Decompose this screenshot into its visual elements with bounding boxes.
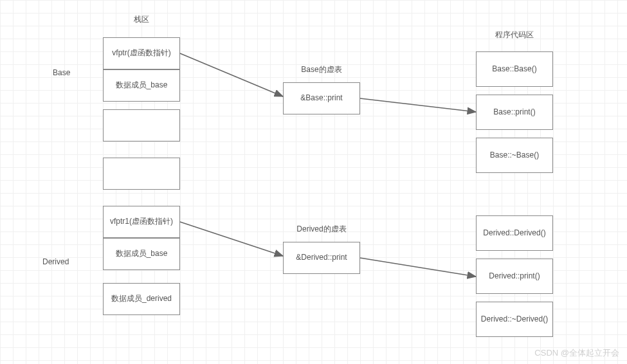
svg-line-3 <box>180 222 283 256</box>
watermark: CSDN @全体起立开会 <box>534 347 619 359</box>
side-label-base: Base <box>53 68 70 77</box>
code-derived-ctor: Derived::Derived() <box>476 215 553 251</box>
stack-empty-2 <box>103 158 180 190</box>
stack-base-member: 数据成员_base <box>103 69 180 102</box>
vtable-base-print: &Base::print <box>283 82 360 114</box>
svg-line-4 <box>360 258 476 277</box>
heading-stack: 栈区 <box>103 14 180 25</box>
code-derived-print: Derived::print() <box>476 259 553 294</box>
side-label-derived: Derived <box>42 257 69 266</box>
vtable-derived-print: &Derived::print <box>283 242 360 274</box>
heading-base-vtable: Base的虚表 <box>283 64 360 75</box>
stack-derived-vfptr: vfptr1(虚函数指针) <box>103 206 180 238</box>
stack-empty-1 <box>103 109 180 141</box>
heading-derived-vtable: Derived的虚表 <box>283 224 360 235</box>
heading-code-area: 程序代码区 <box>476 30 553 41</box>
code-derived-dtor: Derived::~Derived() <box>476 302 553 337</box>
stack-base-vfptr: vfptr(虚函数指针) <box>103 37 180 69</box>
code-base-print: Base::print() <box>476 95 553 130</box>
svg-line-1 <box>180 53 283 96</box>
svg-line-2 <box>360 98 476 112</box>
stack-derived-member-base: 数据成员_base <box>103 238 180 270</box>
code-base-ctor: Base::Base() <box>476 51 553 87</box>
code-base-dtor: Base::~Base() <box>476 138 553 173</box>
stack-derived-member-derived: 数据成员_derived <box>103 283 180 315</box>
